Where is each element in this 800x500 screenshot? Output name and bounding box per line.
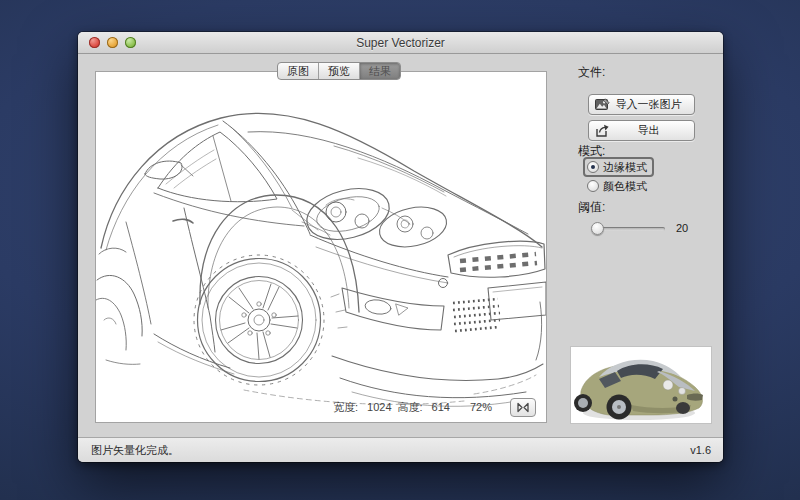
threshold-slider-track[interactable] [597, 227, 665, 231]
width-value: 1024 [367, 401, 391, 413]
file-section-label: 文件: [578, 64, 605, 81]
view-tabs: 原图 预览 结果 [277, 62, 401, 80]
radio-button-icon [587, 180, 599, 192]
titlebar[interactable]: Super Vectorizer [78, 32, 723, 54]
image-info-bar: 宽度:1024 高度:614 72% [333, 397, 536, 417]
zoom-percent: 72% [470, 401, 492, 413]
edge-mode-label: 边缘模式 [603, 160, 647, 175]
fit-to-window-icon [516, 402, 530, 413]
tab-result[interactable]: 结果 [360, 63, 400, 79]
export-arrow-icon [595, 124, 611, 140]
version-label: v1.6 [690, 444, 711, 456]
color-mode-label: 颜色模式 [603, 179, 647, 194]
color-mode-radio[interactable]: 颜色模式 [585, 178, 652, 194]
import-image-button[interactable]: 导入一张图片 [588, 94, 695, 115]
image-import-icon [595, 98, 611, 114]
source-image-thumbnail [570, 346, 712, 424]
window-title: Super Vectorizer [78, 32, 723, 54]
threshold-slider-knob[interactable] [591, 222, 604, 235]
tab-preview[interactable]: 预览 [319, 63, 360, 79]
tab-original[interactable]: 原图 [278, 63, 319, 79]
mode-section-label: 模式: [578, 143, 605, 160]
threshold-value: 20 [676, 222, 688, 234]
status-bar: 图片矢量化完成。 v1.6 [78, 437, 723, 462]
export-button[interactable]: 导出 [588, 120, 695, 141]
vectorized-car-sketch [96, 72, 546, 422]
height-value: 614 [432, 401, 450, 413]
width-label: 宽度: [333, 400, 358, 415]
height-label: 高度: [398, 400, 423, 415]
status-message: 图片矢量化完成。 [91, 443, 179, 458]
radio-button-icon [587, 161, 599, 173]
app-window: Super Vectorizer [78, 32, 723, 462]
result-canvas[interactable]: 宽度:1024 高度:614 72% [95, 71, 547, 423]
fit-to-window-button[interactable] [510, 398, 536, 417]
edge-mode-radio[interactable]: 边缘模式 [585, 159, 652, 175]
threshold-section-label: 阈值: [578, 199, 605, 216]
threshold-slider[interactable]: 20 [591, 222, 701, 236]
